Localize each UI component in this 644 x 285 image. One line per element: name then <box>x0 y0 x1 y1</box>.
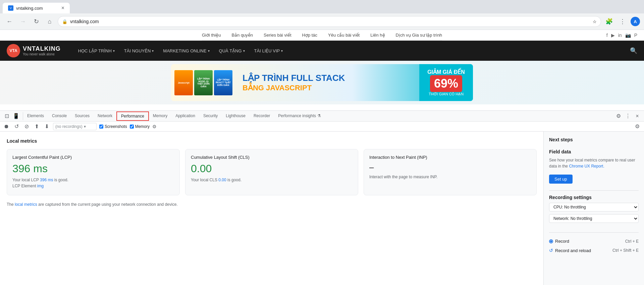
nav-series[interactable]: Series bài viết <box>264 33 291 38</box>
download-button[interactable]: ⬇ <box>43 123 50 130</box>
tab-lighthouse[interactable]: Lighthouse <box>222 111 250 122</box>
pinterest-icon[interactable]: P <box>634 33 637 38</box>
secure-icon: 🔒 <box>62 19 67 24</box>
tab-application[interactable]: Application <box>171 111 199 122</box>
settings-gear-icon[interactable]: ⚙ <box>614 112 623 120</box>
inspect-element-icon[interactable]: ⊡ <box>3 112 11 120</box>
nav-tai-lieu-vip[interactable]: TÀI LIỆU VIP ▾ <box>250 46 287 56</box>
facebook-icon[interactable]: f <box>606 33 608 38</box>
setup-button[interactable]: Set up <box>549 175 573 184</box>
chrome-ux-link[interactable]: Chrome UX Report. <box>569 164 604 169</box>
active-tab[interactable]: V vntalking.com × <box>3 3 70 13</box>
lcp-desc: Your local LCP 396 ms is good. <box>12 178 174 182</box>
banner-title-line1: LẬP TRÌNH FULL STACK <box>243 73 413 83</box>
nav-lien-he[interactable]: Liên hệ <box>370 33 385 38</box>
cpu-throttling-select[interactable]: CPU: No throttling <box>549 203 639 211</box>
promo-percentage: 69% <box>430 75 462 92</box>
reload-button[interactable]: ↻ <box>31 16 42 27</box>
next-steps-section: Next steps <box>549 137 639 142</box>
memory-checkbox-label[interactable]: Memory <box>130 124 150 129</box>
tab-close-button[interactable]: × <box>61 5 64 11</box>
lcp-value: 396 ms <box>12 162 174 175</box>
recording-dropdown[interactable]: (no recordings) ▾ <box>53 123 97 130</box>
home-button[interactable]: ⌂ <box>44 16 55 27</box>
forward-button[interactable]: → <box>17 16 28 27</box>
tab-memory[interactable]: Memory <box>149 111 171 122</box>
close-devtools-icon[interactable]: × <box>633 112 641 120</box>
record-reload-icon: ↺ <box>549 248 553 253</box>
lcp-value-link[interactable]: 396 ms <box>40 178 53 182</box>
more-options-icon[interactable]: ⋮ <box>624 112 632 120</box>
tab-sources[interactable]: Sources <box>71 111 94 122</box>
memory-checkbox[interactable] <box>130 125 134 129</box>
banner-inner: Javascript LẬP TRÌNH NODE.JS THẬT ĐƠN GI… <box>171 64 473 101</box>
nav-ban-quyen[interactable]: Bản quyền <box>231 33 253 38</box>
field-data-title: Field data <box>549 149 639 154</box>
address-input[interactable] <box>70 19 590 24</box>
devtools-icons-right: ⚙ ⋮ × <box>614 112 641 120</box>
tab-network[interactable]: Network <box>94 111 116 122</box>
bookmark-icon[interactable]: ☆ <box>593 19 597 24</box>
tab-recorder[interactable]: Recorder <box>250 111 274 122</box>
lcp-element-link[interactable]: img <box>37 184 44 188</box>
toolbar-right: 🧩 ⋮ A <box>604 16 640 27</box>
field-data-desc: See how your local metrics compare to re… <box>549 157 639 169</box>
cls-value-link[interactable]: 0.00 <box>218 178 226 182</box>
record-label: Record <box>549 239 569 244</box>
inp-card: Interaction to Next Paint (INP) – Intera… <box>364 149 537 195</box>
record-button[interactable]: ⏺ <box>3 123 10 130</box>
nav-marketing[interactable]: MARKETING ONLINE ▾ <box>159 46 213 56</box>
tab-bar: V vntalking.com × <box>0 0 644 13</box>
device-toolbar-icon[interactable]: 📱 <box>12 112 20 120</box>
nav-gia-su[interactable]: Dịch vụ Gia sư lập trình <box>396 33 442 38</box>
recording-placeholder: (no recordings) <box>55 124 83 129</box>
profile-avatar[interactable]: A <box>631 17 640 26</box>
refresh-record-button[interactable]: ↺ <box>13 123 20 130</box>
address-bar[interactable]: 🔒 ☆ <box>58 16 601 27</box>
clear-button[interactable]: ⊘ <box>23 123 30 130</box>
network-throttling-select[interactable]: Network: No throttling <box>549 214 639 223</box>
screenshots-checkbox[interactable] <box>99 125 103 129</box>
record-reload-row: ↺ Record and reload Ctrl + Shift + E <box>549 246 639 255</box>
nav-tai-nguyen[interactable]: TÀI NGUYÊN ▾ <box>120 46 158 56</box>
banner-text: LẬP TRÌNH FULL STACK BẰNG JAVASCRIPT <box>236 69 419 95</box>
logo-name: VNTALKING <box>23 45 61 52</box>
instagram-icon[interactable]: 📷 <box>625 33 631 38</box>
recording-settings-title: Recording settings <box>549 195 639 200</box>
flask-icon: ⚗ <box>317 113 321 118</box>
devtools-panel: ⊡ 📱 Elements Console Sources Network Per… <box>0 110 644 285</box>
screenshots-checkbox-label[interactable]: Screenshots <box>99 124 127 129</box>
banner-books: Javascript LẬP TRÌNH NODE.JS THẬT ĐƠN GI… <box>171 70 236 95</box>
local-metrics-link[interactable]: local metrics <box>15 202 37 207</box>
nav-hoc-lap-trinh[interactable]: HỌC LẬP TRÌNH ▾ <box>74 46 119 56</box>
record-dot-inner <box>550 240 552 242</box>
banner-promo: GIẢM GIÁ ĐẾN 69% THỜI GIAN CÓ HẠN <box>419 64 473 101</box>
extensions-icon[interactable]: 🧩 <box>604 16 614 27</box>
banner-title-line2: BẰNG JAVASCRIPT <box>243 84 413 92</box>
logo-circle: VTA <box>7 44 20 57</box>
logo-area[interactable]: VTA VNTALKING You never walk alone <box>7 44 61 57</box>
tab-performance[interactable]: Performance <box>116 111 149 121</box>
chevron-down-icon: ▾ <box>208 49 210 53</box>
devtools-settings-icon[interactable]: ⚙ <box>633 123 641 131</box>
upload-button[interactable]: ⬆ <box>33 123 40 130</box>
nav-qua-tang[interactable]: QUÀ TẶNG ▾ <box>215 46 249 56</box>
devtools-settings-right: ⚙ <box>633 123 641 131</box>
back-button[interactable]: ← <box>4 16 15 27</box>
top-nav-wrapper: Giới thiệu Bản quyền Series bài viết Hợp… <box>0 30 644 41</box>
nav-hop-tac[interactable]: Hợp tác <box>302 33 318 38</box>
more-icon[interactable]: ⋮ <box>617 16 628 27</box>
linkedin-icon[interactable]: in <box>618 33 622 38</box>
tab-console[interactable]: Console <box>48 111 71 122</box>
tab-elements[interactable]: Elements <box>23 111 48 122</box>
tab-security[interactable]: Security <box>199 111 222 122</box>
nav-gioi-thieu[interactable]: Giới thiệu <box>202 33 221 38</box>
nav-yeu-cau[interactable]: Yêu cầu bài viết <box>328 33 360 38</box>
memory-settings-icon[interactable]: ⚙ <box>152 124 157 129</box>
sidebar-divider-2 <box>549 232 639 233</box>
tab-performance-insights[interactable]: Performance insights ⚗ <box>274 111 325 122</box>
lcp-label: Largest Contentful Paint (LCP) <box>12 155 174 160</box>
inp-label: Interaction to Next Paint (INP) <box>369 155 531 160</box>
search-icon[interactable]: 🔍 <box>630 47 637 54</box>
youtube-icon[interactable]: ▶ <box>611 33 615 38</box>
